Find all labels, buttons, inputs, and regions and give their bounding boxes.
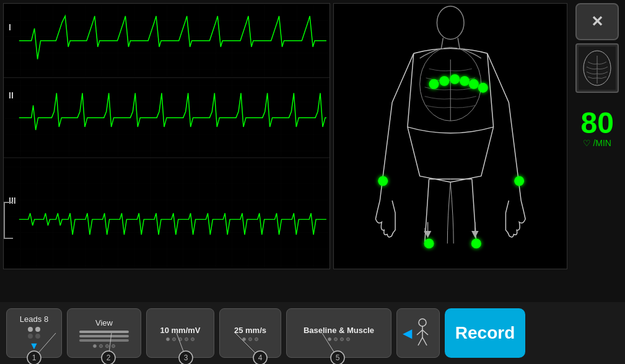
filter-dots — [328, 337, 350, 341]
svg-line-32 — [417, 330, 422, 335]
svg-point-21 — [469, 79, 479, 89]
svg-point-26 — [471, 238, 481, 248]
nav-left-arrow-icon: ◀ — [403, 326, 412, 340]
leads-label: Leads 8 — [20, 314, 48, 324]
svg-line-34 — [418, 337, 422, 345]
view-button[interactable]: View — [67, 308, 141, 358]
leads-button[interactable]: Leads 8 ▼ — [6, 308, 62, 358]
record-button[interactable]: Record — [445, 308, 525, 358]
close-button[interactable]: ✕ — [575, 3, 619, 40]
close-icon: ✕ — [591, 13, 603, 30]
dot — [178, 337, 182, 341]
ecg-panel: I II III — [3, 3, 330, 269]
view-dot — [111, 344, 115, 348]
heart-rate-display: 80 ♡ /MIN — [580, 108, 613, 148]
svg-line-35 — [422, 337, 427, 345]
heart-rate-unit: ♡ /MIN — [580, 138, 613, 148]
mm-s-label: 25 mm/s — [234, 326, 266, 335]
body-panel: ↓ ↓ — [333, 3, 567, 269]
svg-point-18 — [439, 76, 449, 86]
view-dot — [105, 344, 109, 348]
person-icon — [412, 318, 434, 349]
dot — [185, 337, 188, 341]
right-panel: ✕ 80 ♡ /MIN — [569, 3, 625, 269]
svg-point-22 — [478, 83, 488, 93]
dot — [242, 337, 246, 341]
svg-line-33 — [422, 330, 428, 335]
navigation-button[interactable]: ◀ — [396, 308, 440, 358]
toolbar: Leads 8 ▼ View — [0, 302, 625, 364]
main-container: I II III — [0, 0, 625, 364]
leads-dots — [28, 327, 40, 339]
dot — [334, 337, 338, 341]
svg-point-24 — [514, 176, 524, 186]
dot — [35, 334, 40, 339]
heart-icon: ♡ — [583, 138, 591, 148]
dot — [328, 337, 331, 341]
view-label: View — [95, 318, 113, 327]
mm-mv-dots — [166, 337, 194, 341]
record-label: Record — [455, 323, 515, 343]
svg-point-17 — [429, 79, 439, 89]
mm-mv-button[interactable]: 10 mm/mV — [146, 308, 214, 358]
dot — [28, 334, 33, 339]
svg-point-20 — [460, 76, 470, 86]
dot — [28, 327, 33, 332]
view-dots — [93, 344, 115, 348]
dot — [191, 337, 194, 341]
view-dot — [99, 344, 103, 348]
dot — [35, 327, 40, 332]
svg-point-25 — [424, 238, 434, 248]
filter-button[interactable]: Baseline & Muscle — [286, 308, 391, 358]
svg-point-23 — [378, 176, 388, 186]
body-diagram-svg: ↓ ↓ — [334, 4, 567, 269]
dot — [340, 337, 344, 341]
leads-down-arrow: ▼ — [29, 340, 39, 352]
svg-point-19 — [450, 74, 460, 84]
svg-text:↓: ↓ — [473, 225, 478, 235]
heart-rate-value: 80 — [580, 108, 613, 138]
filter-label: Baseline & Muscle — [304, 326, 374, 335]
svg-point-30 — [419, 319, 426, 326]
svg-rect-0 — [4, 4, 330, 269]
mm-s-button[interactable]: 25 mm/s — [219, 308, 281, 358]
dot — [172, 337, 176, 341]
mm-s-dots — [242, 337, 258, 341]
dot — [255, 337, 258, 341]
ecg-waveform-svg — [4, 4, 330, 269]
xray-thumbnail[interactable] — [575, 43, 619, 93]
view-dot — [93, 344, 97, 348]
svg-rect-3 — [334, 4, 567, 268]
svg-text:↓: ↓ — [422, 225, 427, 235]
mm-mv-label: 10 mm/mV — [160, 326, 200, 335]
xray-image — [579, 46, 616, 90]
dot — [248, 337, 252, 341]
dot — [346, 337, 350, 341]
lead-bracket — [4, 202, 13, 239]
view-lines — [79, 331, 129, 342]
dot — [166, 337, 170, 341]
